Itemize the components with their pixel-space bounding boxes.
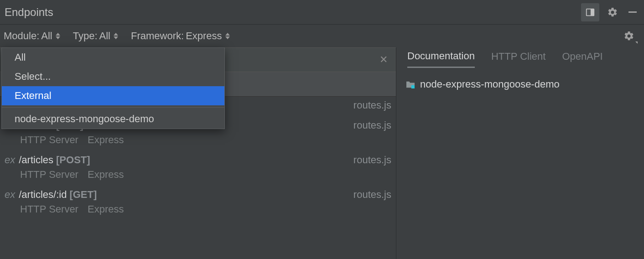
- dropdown-divider: [2, 107, 224, 108]
- module-filter[interactable]: Module: All: [4, 30, 60, 42]
- content-split: ✕ routes.js HTTP Server Express ex /arti…: [0, 47, 644, 259]
- dropdown-item-external[interactable]: External: [2, 86, 224, 105]
- doc-project-name: node-express-mongoose-demo: [420, 78, 560, 90]
- endpoint-server: HTTP Server: [20, 203, 78, 215]
- framework-label: Framework:: [131, 30, 184, 42]
- endpoint-file: routes.js: [353, 189, 391, 201]
- svg-rect-2: [411, 85, 415, 88]
- type-label: Type:: [73, 30, 98, 42]
- chevron-updown-icon: [225, 33, 230, 39]
- type-filter[interactable]: Type: All: [73, 30, 118, 42]
- chevron-updown-icon: [56, 33, 60, 39]
- tab-openapi[interactable]: OpenAPI: [562, 51, 602, 67]
- module-label: Module:: [4, 30, 39, 42]
- tab-http-client[interactable]: HTTP Client: [491, 51, 545, 67]
- endpoint-method: [GET]: [69, 189, 97, 201]
- endpoint-file: routes.js: [353, 119, 391, 131]
- module-value: All: [41, 30, 52, 42]
- endpoint-item[interactable]: ex /articles/:id [GET] routes.js HTTP Se…: [5, 182, 391, 217]
- framework-filter[interactable]: Framework: Express: [131, 30, 230, 42]
- module-dropdown: All Select... External node-express-mong…: [1, 47, 225, 129]
- express-badge-icon: ex: [5, 154, 15, 166]
- endpoint-framework: Express: [88, 169, 124, 180]
- endpoints-list-pane: ✕ routes.js HTTP Server Express ex /arti…: [0, 47, 396, 259]
- tab-documentation[interactable]: Documentation: [407, 50, 475, 68]
- framework-value: Express: [186, 30, 222, 42]
- minimize-icon[interactable]: [626, 5, 639, 19]
- titlebar-actions: [581, 3, 639, 21]
- endpoint-method: [POST]: [56, 154, 90, 166]
- dropdown-item-select[interactable]: Select...: [2, 67, 224, 86]
- endpoint-item[interactable]: ex /articles [POST] routes.js HTTP Serve…: [5, 148, 391, 182]
- details-pane: Documentation HTTP Client OpenAPI node-e…: [396, 47, 644, 259]
- dropdown-item-project[interactable]: node-express-mongoose-demo: [2, 109, 224, 129]
- gear-icon[interactable]: [606, 5, 619, 19]
- type-value: All: [99, 30, 110, 42]
- panel-split-icon[interactable]: [581, 3, 599, 21]
- filters-toolbar: Module: All Type: All Framework: Express: [0, 25, 644, 47]
- svg-rect-1: [591, 9, 594, 16]
- endpoint-path: /articles: [19, 154, 53, 166]
- close-icon[interactable]: ✕: [379, 54, 388, 66]
- chevron-updown-icon: [114, 33, 118, 39]
- dropdown-item-all[interactable]: All: [2, 48, 224, 67]
- endpoint-server: HTTP Server: [20, 134, 78, 145]
- endpoint-file: routes.js: [353, 99, 391, 111]
- details-tabs: Documentation HTTP Client OpenAPI: [396, 47, 644, 70]
- endpoint-framework: Express: [88, 134, 124, 145]
- panel-title: Endpoints: [5, 6, 53, 19]
- documentation-content: node-express-mongoose-demo: [396, 70, 644, 98]
- endpoint-server: HTTP Server: [20, 169, 78, 180]
- endpoint-file: routes.js: [353, 154, 391, 166]
- endpoint-path: /articles/:id: [19, 189, 67, 201]
- titlebar: Endpoints: [0, 0, 644, 25]
- endpoint-framework: Express: [88, 203, 124, 215]
- folder-icon: [405, 80, 415, 88]
- express-badge-icon: ex: [5, 189, 15, 201]
- gear-icon[interactable]: [622, 29, 636, 43]
